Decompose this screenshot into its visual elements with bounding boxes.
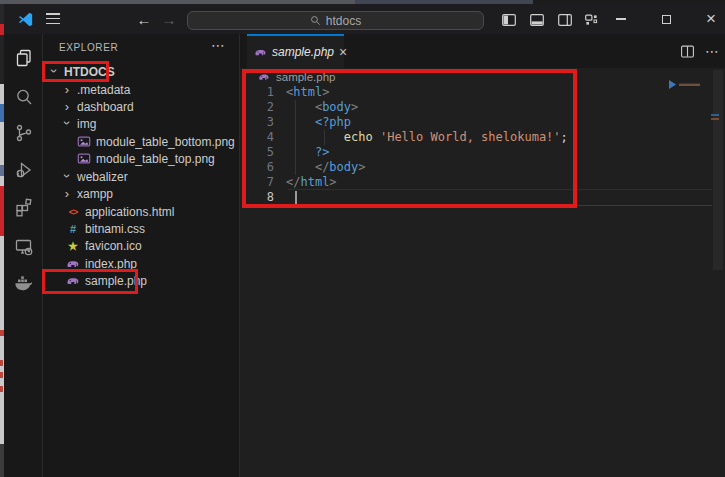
- close-tab-icon[interactable]: ×: [339, 45, 347, 59]
- vscode-window: ← → htdocs ×: [0, 0, 725, 477]
- sidebar-item-module-table-top[interactable]: module_table_top.png: [43, 150, 240, 168]
- toggle-secondary-sidebar-icon[interactable]: [557, 12, 573, 28]
- bleed-seg: [0, 386, 3, 392]
- vscode-logo-icon: [17, 11, 34, 28]
- sidebar-item-webalizer[interactable]: › webalizer: [43, 168, 240, 186]
- sidebar-item-module-table-bottom[interactable]: module_table_bottom.png: [43, 133, 240, 151]
- search-icon[interactable]: [4, 82, 43, 112]
- chevron-right-icon: ›: [62, 189, 72, 199]
- remote-explorer-icon[interactable]: [4, 232, 43, 262]
- forward-arrow-icon[interactable]: →: [159, 7, 179, 31]
- chevron-down-icon: ›: [62, 171, 72, 181]
- title-bar: ← → htdocs ×: [4, 4, 725, 34]
- back-arrow-icon[interactable]: ←: [134, 7, 154, 31]
- search-icon: [310, 15, 321, 26]
- toggle-primary-sidebar-icon[interactable]: [501, 12, 517, 28]
- explorer-title: EXPLORER: [59, 42, 118, 53]
- sidebar-item-xampp[interactable]: › xampp: [43, 185, 240, 203]
- minimap-code-mark[interactable]: [668, 77, 702, 95]
- search-value: htdocs: [326, 14, 361, 28]
- php-icon: [254, 46, 267, 59]
- star-icon: ★: [66, 239, 80, 253]
- activity-bar: [4, 34, 43, 477]
- tab-bar: sample.php × ⋯: [240, 34, 725, 68]
- sidebar-item-metadata[interactable]: › .metadata: [43, 81, 240, 99]
- run-debug-icon[interactable]: [4, 155, 43, 185]
- sidebar-item-dashboard[interactable]: › dashboard: [43, 98, 240, 116]
- editor-more-actions-icon[interactable]: ⋯: [705, 43, 719, 59]
- close-button[interactable]: ×: [696, 4, 725, 34]
- annotation-box-sample-php: [42, 269, 138, 294]
- sidebar-item-bitnami-css[interactable]: # bitnami.css: [43, 220, 240, 238]
- files-icon[interactable]: [4, 43, 43, 73]
- annotation-box-code: [242, 69, 577, 208]
- overview-ruler-mark: [711, 118, 719, 120]
- split-editor-icon[interactable]: [680, 44, 695, 59]
- toggle-panel-icon[interactable]: [529, 12, 545, 28]
- menu-icon[interactable]: [46, 13, 60, 25]
- image-icon: [77, 135, 91, 149]
- explorer-more-actions-icon[interactable]: ⋯: [211, 37, 225, 53]
- sidebar-item-favicon-ico[interactable]: ★ favicon.ico: [43, 237, 240, 255]
- tab-sample-php[interactable]: sample.php ×: [247, 34, 344, 68]
- customize-layout-icon[interactable]: [584, 12, 600, 28]
- docker-icon[interactable]: [4, 268, 43, 298]
- annotation-box-htdocs: [42, 61, 109, 82]
- css-icon: #: [66, 222, 80, 236]
- chevron-right-icon: ›: [62, 102, 72, 112]
- editor-scrollbar[interactable]: [713, 70, 723, 270]
- explorer-sidebar: EXPLORER ⋯ › HTDOCS › .metadata › dashbo…: [43, 34, 240, 477]
- image-icon: [77, 152, 91, 166]
- overview-ruler-mark: [711, 114, 719, 116]
- maximize-button[interactable]: [651, 4, 681, 34]
- source-control-icon[interactable]: [4, 118, 43, 148]
- sidebar-item-img[interactable]: › img: [43, 115, 240, 133]
- sidebar-item-applications-html[interactable]: <> applications.html: [43, 203, 240, 221]
- extensions-icon[interactable]: [4, 192, 43, 222]
- html-icon: <>: [66, 205, 80, 219]
- command-center-search[interactable]: htdocs: [187, 11, 484, 30]
- bleed-seg: [0, 360, 3, 366]
- bleed-seg: [0, 372, 3, 378]
- chevron-down-icon: ›: [62, 118, 72, 128]
- minimize-button[interactable]: [606, 4, 636, 34]
- chevron-right-icon: ›: [62, 85, 72, 95]
